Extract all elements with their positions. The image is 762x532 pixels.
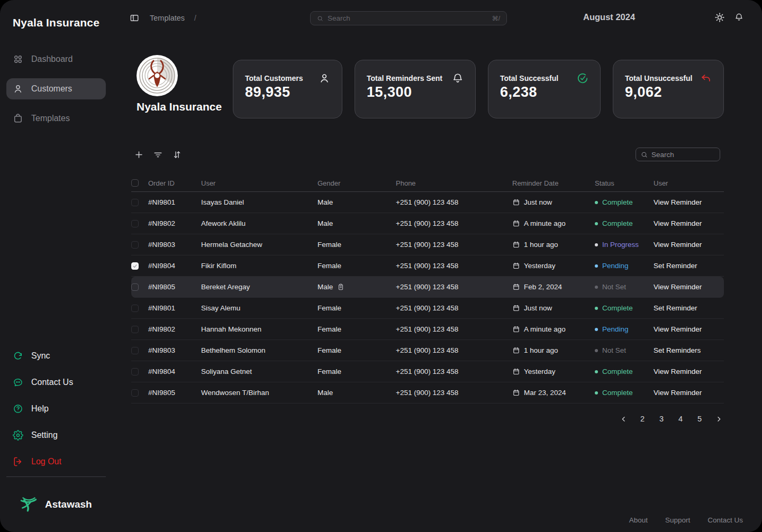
row-action-set-reminder[interactable]: Set Reminder — [654, 262, 724, 270]
row-checkbox[interactable] — [131, 347, 139, 354]
calendar-icon — [512, 368, 520, 375]
gender-label: Male — [318, 283, 333, 291]
pagination-next[interactable] — [709, 411, 728, 426]
column-header-user: User — [654, 179, 724, 187]
select-all-checkbox[interactable] — [131, 179, 139, 187]
footer-links: AboutSupportContact Us — [629, 516, 743, 524]
table-search[interactable] — [636, 148, 720, 161]
app-window: Nyala Insurance DashboardCustomersTempla… — [0, 0, 762, 532]
cell-user: Sisay Alemu — [201, 304, 318, 312]
sidebar-item-log-out[interactable]: Log Out — [6, 451, 106, 472]
calendar-icon — [512, 241, 520, 249]
sidebar-item-contact-us[interactable]: Contact Us — [6, 372, 106, 393]
global-search[interactable]: ⌘/ — [310, 11, 507, 25]
cell-phone: +251 (900) 123 458 — [396, 262, 512, 270]
table-row: #NI9804Fikir KiflomFemale+251 (900) 123 … — [131, 255, 724, 277]
footer-link-about[interactable]: About — [629, 516, 648, 524]
table-header-row: Order IDUserGenderPhoneReminder DateStat… — [131, 175, 724, 192]
pagination-page-5[interactable]: 5 — [690, 411, 709, 426]
cell-user: Hannah Mekonnen — [201, 325, 318, 333]
check-circle-icon — [577, 72, 588, 84]
row-checkbox[interactable] — [131, 326, 139, 333]
stat-card-total-reminders-sent: Total Reminders Sent15,300 — [355, 60, 476, 118]
cell-status: Pending — [595, 262, 654, 270]
pagination-page-2[interactable]: 2 — [633, 411, 652, 426]
cell-reminder-date: Mar 23, 2024 — [512, 389, 595, 397]
reminder-date-label: Feb 2, 2024 — [524, 283, 562, 291]
sidebar-item-customers[interactable]: Customers — [6, 78, 106, 99]
sidebar-footer-nav: SyncContact UsHelpSettingLog Out — [6, 345, 106, 472]
row-checkbox[interactable] — [131, 241, 139, 249]
undo-icon — [700, 72, 712, 84]
sidebar-item-dashboard[interactable]: Dashboard — [6, 49, 106, 70]
notifications-bell-icon[interactable] — [734, 12, 743, 22]
sidebar-item-setting[interactable]: Setting — [6, 425, 106, 446]
table-row: #NI9803Hermela GetachewFemale+251 (900) … — [131, 234, 724, 255]
reminder-date-label: Yesterday — [524, 262, 556, 270]
status-label: Complete — [602, 368, 633, 375]
table-search-input[interactable] — [651, 151, 715, 159]
cell-order-id: #NI9802 — [148, 219, 201, 227]
pagination-page-3[interactable]: 3 — [652, 411, 671, 426]
status-dot — [595, 243, 598, 246]
row-action-view-reminder[interactable]: View Reminder — [654, 241, 724, 249]
sort-icon[interactable] — [172, 150, 182, 160]
add-icon[interactable] — [134, 150, 144, 160]
clipboard-icon[interactable] — [337, 283, 344, 291]
pagination-page-4[interactable]: 4 — [671, 411, 690, 426]
nyala-logo — [136, 54, 178, 97]
footer-link-contact-us[interactable]: Contact Us — [707, 516, 743, 524]
status-dot — [595, 222, 598, 225]
cell-status: Complete — [595, 304, 654, 312]
stat-card-value: 6,238 — [500, 84, 537, 100]
filter-icon[interactable] — [153, 150, 163, 160]
breadcrumb[interactable]: Templates — [150, 14, 185, 22]
row-action-view-reminder[interactable]: View Reminder — [654, 283, 724, 291]
row-action-set-reminder[interactable]: Set Reminder — [654, 304, 724, 312]
row-action-view-reminder[interactable]: View Reminder — [654, 368, 724, 375]
row-checkbox[interactable] — [131, 368, 139, 375]
reminder-date-label: 1 hour ago — [524, 241, 558, 249]
sidebar-item-sync[interactable]: Sync — [6, 345, 106, 366]
row-checkbox[interactable] — [131, 199, 139, 206]
cell-reminder-date: A minute ago — [512, 325, 595, 333]
table-row: #NI9801Isayas DanielMale+251 (900) 123 4… — [131, 192, 724, 213]
row-checkbox[interactable] — [131, 389, 139, 397]
footer-link-support[interactable]: Support — [665, 516, 690, 524]
reminder-date-label: Yesterday — [524, 368, 556, 375]
sidebar-item-templates[interactable]: Templates — [6, 108, 106, 129]
row-checkbox[interactable] — [131, 262, 139, 270]
table-row: #NI9803Bethelhem SolomonFemale+251 (900)… — [131, 340, 724, 361]
row-checkbox[interactable] — [131, 283, 139, 291]
cell-user: Hermela Getachew — [201, 241, 318, 249]
chevron-left-icon — [620, 415, 628, 423]
stats-cards: Total Customers89,935Total Reminders Sen… — [233, 60, 724, 118]
astawash-brand: Astawash — [19, 493, 92, 515]
cell-phone: +251 (900) 123 458 — [396, 389, 512, 397]
sidebar-item-help[interactable]: Help — [6, 398, 106, 419]
period-label: August 2024 — [583, 12, 635, 22]
sidebar-toggle-icon[interactable] — [130, 13, 139, 23]
reminder-date-label: A minute ago — [524, 325, 566, 333]
cell-status: Pending — [595, 325, 654, 333]
customers-icon — [13, 84, 23, 94]
row-action-view-reminder[interactable]: View Reminder — [654, 325, 724, 333]
cell-gender: Female — [318, 368, 396, 375]
row-action-set-reminders[interactable]: Set Reminders — [654, 346, 724, 354]
column-header-gender: Gender — [318, 179, 396, 187]
cell-status: Not Set — [595, 346, 654, 354]
cell-reminder-date: 1 hour ago — [512, 241, 595, 249]
stat-card-label: Total Reminders Sent — [367, 74, 442, 82]
calendar-icon — [512, 346, 520, 354]
pagination-prev[interactable] — [614, 411, 633, 426]
row-checkbox[interactable] — [131, 220, 139, 227]
global-search-input[interactable] — [328, 14, 488, 22]
gender-label: Female — [318, 325, 341, 333]
theme-toggle-sun-icon[interactable] — [714, 12, 725, 23]
cell-phone: +251 (900) 123 458 — [396, 346, 512, 354]
row-action-view-reminder[interactable]: View Reminder — [654, 198, 724, 206]
row-action-view-reminder[interactable]: View Reminder — [654, 389, 724, 397]
row-checkbox[interactable] — [131, 305, 139, 312]
status-dot — [595, 391, 598, 395]
row-action-view-reminder[interactable]: View Reminder — [654, 219, 724, 227]
